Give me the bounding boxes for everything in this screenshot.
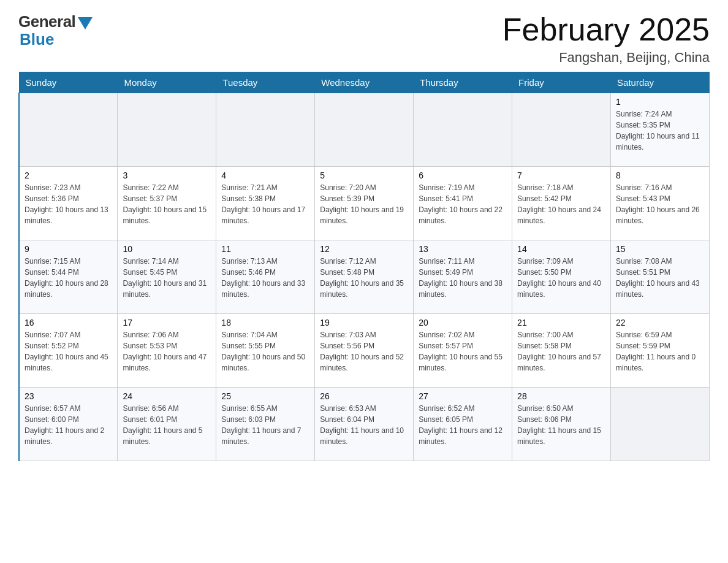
calendar-cell: 22Sunrise: 6:59 AM Sunset: 5:59 PM Dayli… <box>611 314 710 388</box>
day-info: Sunrise: 7:00 AM Sunset: 5:58 PM Dayligh… <box>517 329 605 373</box>
calendar-cell: 27Sunrise: 6:52 AM Sunset: 6:05 PM Dayli… <box>414 388 512 461</box>
calendar-cell: 28Sunrise: 6:50 AM Sunset: 6:06 PM Dayli… <box>512 388 611 461</box>
calendar-cell <box>414 93 512 167</box>
week-row-1: 1Sunrise: 7:24 AM Sunset: 5:35 PM Daylig… <box>19 93 710 167</box>
day-info: Sunrise: 6:52 AM Sunset: 6:05 PM Dayligh… <box>419 403 507 447</box>
day-info: Sunrise: 7:06 AM Sunset: 5:53 PM Dayligh… <box>123 329 211 373</box>
day-info: Sunrise: 6:50 AM Sunset: 6:06 PM Dayligh… <box>517 403 605 447</box>
day-number: 12 <box>320 244 408 254</box>
day-info: Sunrise: 7:12 AM Sunset: 5:48 PM Dayligh… <box>320 256 408 300</box>
day-info: Sunrise: 7:14 AM Sunset: 5:45 PM Dayligh… <box>123 256 211 300</box>
day-info: Sunrise: 6:57 AM Sunset: 6:00 PM Dayligh… <box>25 403 112 447</box>
calendar-cell <box>512 93 611 167</box>
day-number: 27 <box>419 391 507 401</box>
day-info: Sunrise: 6:55 AM Sunset: 6:03 PM Dayligh… <box>221 403 309 447</box>
calendar-cell: 3Sunrise: 7:22 AM Sunset: 5:37 PM Daylig… <box>118 167 216 240</box>
calendar-cell <box>611 388 710 461</box>
day-number: 18 <box>221 318 309 327</box>
weekday-header-tuesday: Tuesday <box>216 72 315 93</box>
calendar-cell: 19Sunrise: 7:03 AM Sunset: 5:56 PM Dayli… <box>315 314 414 388</box>
week-row-2: 2Sunrise: 7:23 AM Sunset: 5:36 PM Daylig… <box>19 167 710 240</box>
day-number: 13 <box>419 244 507 254</box>
calendar-cell: 16Sunrise: 7:07 AM Sunset: 5:52 PM Dayli… <box>19 314 118 388</box>
day-number: 6 <box>419 170 507 180</box>
day-number: 9 <box>25 244 112 254</box>
day-number: 10 <box>123 244 211 254</box>
weekday-header-monday: Monday <box>118 72 216 93</box>
calendar-cell: 11Sunrise: 7:13 AM Sunset: 5:46 PM Dayli… <box>216 240 315 314</box>
calendar-cell: 24Sunrise: 6:56 AM Sunset: 6:01 PM Dayli… <box>118 388 216 461</box>
day-number: 24 <box>123 391 211 401</box>
calendar-cell: 18Sunrise: 7:04 AM Sunset: 5:55 PM Dayli… <box>216 314 315 388</box>
calendar-cell: 12Sunrise: 7:12 AM Sunset: 5:48 PM Dayli… <box>315 240 414 314</box>
calendar-cell: 20Sunrise: 7:02 AM Sunset: 5:57 PM Dayli… <box>414 314 512 388</box>
day-info: Sunrise: 7:22 AM Sunset: 5:37 PM Dayligh… <box>123 182 211 226</box>
day-info: Sunrise: 7:09 AM Sunset: 5:50 PM Dayligh… <box>517 256 605 300</box>
day-info: Sunrise: 7:21 AM Sunset: 5:38 PM Dayligh… <box>221 182 309 226</box>
day-info: Sunrise: 7:11 AM Sunset: 5:49 PM Dayligh… <box>419 256 507 300</box>
day-info: Sunrise: 7:18 AM Sunset: 5:42 PM Dayligh… <box>517 182 605 226</box>
calendar-cell: 13Sunrise: 7:11 AM Sunset: 5:49 PM Dayli… <box>414 240 512 314</box>
day-number: 17 <box>123 318 211 327</box>
day-info: Sunrise: 6:53 AM Sunset: 6:04 PM Dayligh… <box>320 403 408 447</box>
calendar-header: SundayMondayTuesdayWednesdayThursdayFrid… <box>19 72 710 93</box>
day-info: Sunrise: 6:56 AM Sunset: 6:01 PM Dayligh… <box>123 403 211 447</box>
day-number: 21 <box>517 318 605 327</box>
weekday-header-wednesday: Wednesday <box>315 72 414 93</box>
calendar-cell: 4Sunrise: 7:21 AM Sunset: 5:38 PM Daylig… <box>216 167 315 240</box>
day-number: 11 <box>221 244 309 254</box>
week-row-5: 23Sunrise: 6:57 AM Sunset: 6:00 PM Dayli… <box>19 388 710 461</box>
calendar-cell: 5Sunrise: 7:20 AM Sunset: 5:39 PM Daylig… <box>315 167 414 240</box>
calendar-cell: 21Sunrise: 7:00 AM Sunset: 5:58 PM Dayli… <box>512 314 611 388</box>
day-number: 22 <box>616 318 704 327</box>
day-info: Sunrise: 7:20 AM Sunset: 5:39 PM Dayligh… <box>320 182 408 226</box>
calendar-cell: 14Sunrise: 7:09 AM Sunset: 5:50 PM Dayli… <box>512 240 611 314</box>
calendar-cell: 17Sunrise: 7:06 AM Sunset: 5:53 PM Dayli… <box>118 314 216 388</box>
title-section: February 2025 Fangshan, Beijing, China <box>502 12 710 66</box>
logo: General Blue <box>18 12 93 49</box>
day-info: Sunrise: 7:19 AM Sunset: 5:41 PM Dayligh… <box>419 182 507 226</box>
weekday-header-sunday: Sunday <box>19 72 118 93</box>
day-number: 4 <box>221 170 309 180</box>
day-number: 2 <box>25 170 112 180</box>
day-number: 15 <box>616 244 704 254</box>
page-header: General Blue February 2025 Fangshan, Bei… <box>18 12 710 66</box>
day-info: Sunrise: 7:08 AM Sunset: 5:51 PM Dayligh… <box>616 256 704 300</box>
day-number: 7 <box>517 170 605 180</box>
day-number: 20 <box>419 318 507 327</box>
calendar-cell <box>315 93 414 167</box>
day-number: 8 <box>616 170 704 180</box>
calendar-cell: 9Sunrise: 7:15 AM Sunset: 5:44 PM Daylig… <box>19 240 118 314</box>
week-row-3: 9Sunrise: 7:15 AM Sunset: 5:44 PM Daylig… <box>19 240 710 314</box>
day-number: 26 <box>320 391 408 401</box>
day-number: 5 <box>320 170 408 180</box>
day-number: 14 <box>517 244 605 254</box>
calendar-cell <box>19 93 118 167</box>
calendar-cell: 15Sunrise: 7:08 AM Sunset: 5:51 PM Dayli… <box>611 240 710 314</box>
calendar-cell: 25Sunrise: 6:55 AM Sunset: 6:03 PM Dayli… <box>216 388 315 461</box>
calendar-cell: 7Sunrise: 7:18 AM Sunset: 5:42 PM Daylig… <box>512 167 611 240</box>
calendar-body: 1Sunrise: 7:24 AM Sunset: 5:35 PM Daylig… <box>19 93 710 461</box>
day-info: Sunrise: 7:24 AM Sunset: 5:35 PM Dayligh… <box>616 109 704 153</box>
week-row-4: 16Sunrise: 7:07 AM Sunset: 5:52 PM Dayli… <box>19 314 710 388</box>
calendar-subtitle: Fangshan, Beijing, China <box>502 50 710 66</box>
day-info: Sunrise: 7:02 AM Sunset: 5:57 PM Dayligh… <box>419 329 507 373</box>
day-info: Sunrise: 7:13 AM Sunset: 5:46 PM Dayligh… <box>221 256 309 300</box>
day-info: Sunrise: 6:59 AM Sunset: 5:59 PM Dayligh… <box>616 329 704 373</box>
weekday-header-friday: Friday <box>512 72 611 93</box>
calendar-cell: 23Sunrise: 6:57 AM Sunset: 6:00 PM Dayli… <box>19 388 118 461</box>
day-info: Sunrise: 7:04 AM Sunset: 5:55 PM Dayligh… <box>221 329 309 373</box>
day-number: 19 <box>320 318 408 327</box>
day-number: 25 <box>221 391 309 401</box>
day-info: Sunrise: 7:15 AM Sunset: 5:44 PM Dayligh… <box>25 256 112 300</box>
day-info: Sunrise: 7:23 AM Sunset: 5:36 PM Dayligh… <box>25 182 112 226</box>
logo-triangle-icon <box>78 17 93 29</box>
weekday-header-thursday: Thursday <box>414 72 512 93</box>
calendar-table: SundayMondayTuesdayWednesdayThursdayFrid… <box>18 72 710 461</box>
calendar-cell: 1Sunrise: 7:24 AM Sunset: 5:35 PM Daylig… <box>611 93 710 167</box>
day-number: 16 <box>25 318 112 327</box>
calendar-title: February 2025 <box>502 12 710 47</box>
calendar-cell: 2Sunrise: 7:23 AM Sunset: 5:36 PM Daylig… <box>19 167 118 240</box>
calendar-cell <box>216 93 315 167</box>
day-number: 1 <box>616 97 704 107</box>
